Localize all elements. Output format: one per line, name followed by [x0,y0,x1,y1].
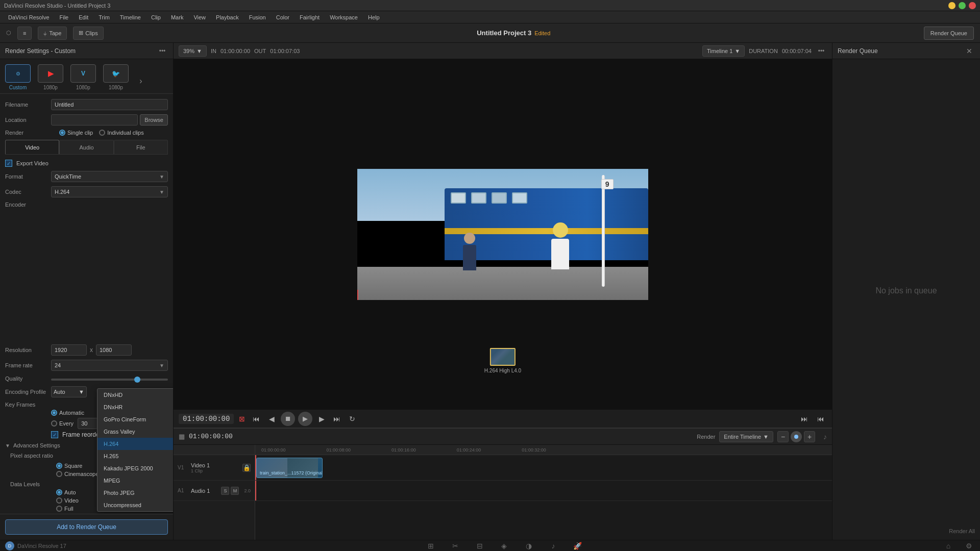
codec-option-mpeg[interactable]: MPEG [97,474,173,487]
render-all-button[interactable]: Render All [949,528,975,534]
video-clip[interactable]: train_station_...11572 (Original... [256,458,323,478]
render-range-select[interactable]: Entire Timeline ▼ [719,431,773,442]
individual-clips-option[interactable]: Individual clips [99,130,144,136]
individual-clips-radio[interactable] [99,130,105,136]
panel-menu-button[interactable]: ••• [157,45,168,57]
toolbar-fast-review[interactable]: ≡ [17,27,32,40]
menu-workspace[interactable]: Workspace [326,13,362,21]
minimize-button[interactable] [948,2,955,9]
resolution-height-input[interactable] [96,344,132,356]
skip-start-alt-button[interactable]: ⏮ [815,413,827,425]
nav-fusion-icon[interactable]: ◈ [498,540,510,552]
toolbar-tape-btn[interactable]: ⏚ Tape [38,27,67,40]
codec-option-kakadu[interactable]: Kakadu JPEG 2000 [97,462,173,474]
menu-davinci-resolve[interactable]: DaVinci Resolve [4,13,54,21]
loop-button[interactable]: ↻ [346,413,358,425]
menu-playback[interactable]: Playback [212,13,243,21]
render-queue-button[interactable]: Render Queue [924,27,974,40]
menu-clip[interactable]: Clip [147,13,165,21]
maximize-button[interactable] [959,2,966,9]
format-select[interactable]: QuickTime ▼ [51,171,168,182]
codec-option-grass-valley[interactable]: Grass Valley [97,425,173,438]
codec-option-dnxhd[interactable]: DNxHD [97,389,173,401]
keyframe-automatic-option[interactable]: Automatic [51,410,84,416]
v1-lock-icon[interactable]: 🔒 [242,464,251,472]
menu-fusion[interactable]: Fusion [245,13,270,21]
nav-settings-icon[interactable]: ⚙ [963,540,975,552]
skip-end-button[interactable]: ⏭ [798,413,811,425]
jkl-indicator[interactable]: ⊠ [239,415,245,423]
range-subtract-button[interactable]: − [777,431,789,442]
preset-youtube[interactable]: ▶ 1080p [38,64,63,90]
quality-slider[interactable] [51,379,168,381]
timeline-icon[interactable]: ▦ [179,433,185,440]
filename-input[interactable] [51,99,168,110]
nav-fairlight-icon[interactable]: ♪ [547,540,559,552]
a1-s-button[interactable]: S [221,487,229,495]
nav-cut-icon[interactable]: ✂ [449,540,461,552]
tab-video[interactable]: Video [5,140,59,154]
resolution-width-input[interactable] [51,344,87,356]
nav-color-icon[interactable]: ◑ [523,540,535,552]
menu-color[interactable]: Color [272,13,293,21]
menu-timeline[interactable]: Timeline [116,13,145,21]
timeline-select[interactable]: Timeline 1 ▼ [702,45,745,57]
nav-edit-icon[interactable]: ⊟ [474,540,486,552]
stop-button[interactable]: ⏹ [281,412,295,426]
keyframe-every-input[interactable] [78,418,98,429]
cinemascope-radio[interactable] [56,471,62,477]
codec-option-dnxhr[interactable]: DNxHR [97,401,173,413]
export-video-checkbox[interactable]: ✓ [5,160,12,167]
single-clip-radio[interactable] [59,130,65,136]
render-queue-close-button[interactable]: ✕ [964,45,975,57]
keyframe-every-option[interactable]: Every [51,420,74,427]
frame-reorder-checkbox[interactable]: ✓ [51,431,58,438]
range-add-button[interactable]: + [804,431,815,442]
location-input[interactable] [51,114,138,126]
browse-button[interactable]: Browse [140,114,168,126]
toolbar-clips-btn[interactable]: ⊞ Clips [73,27,103,40]
menu-mark[interactable]: Mark [167,13,187,21]
menu-fairlight[interactable]: Fairlight [296,13,324,21]
codec-option-h264[interactable]: H.264 [97,438,173,450]
preset-vimeo[interactable]: V 1080p [70,64,96,90]
keyframe-every-radio[interactable] [51,420,57,427]
codec-option-photo-jpeg[interactable]: Photo JPEG [97,487,173,499]
square-radio[interactable] [56,463,62,469]
nav-media-icon[interactable]: ⊞ [425,540,437,552]
step-back-button[interactable]: ◀ [265,413,278,425]
data-full-radio[interactable] [56,506,62,512]
menu-view[interactable]: View [189,13,210,21]
preset-custom[interactable]: ⚙ Custom [5,64,31,90]
codec-select[interactable]: H.264 ▼ [51,186,168,197]
menu-help[interactable]: Help [364,13,384,21]
tab-file[interactable]: File [114,140,168,154]
menu-file[interactable]: File [56,13,73,21]
close-button[interactable] [969,2,976,9]
single-clip-option[interactable]: Single clip [59,130,93,136]
range-indicator[interactable] [791,431,802,442]
preset-more-button[interactable]: › [136,72,146,90]
data-auto-radio[interactable] [56,489,62,495]
menu-trim[interactable]: Trim [94,13,114,21]
preset-twitter[interactable]: 🐦 1080p [103,64,129,90]
step-forward-button[interactable]: ▶ [315,413,328,425]
nav-home-icon[interactable]: ⌂ [942,540,954,552]
codec-option-gopro[interactable]: GoPro CineForm [97,413,173,425]
a1-m-button[interactable]: M [231,487,239,495]
viewer-menu-button[interactable]: ••• [816,45,827,57]
keyframe-automatic-radio[interactable] [51,410,57,416]
zoom-control[interactable]: 39% ▼ [179,45,207,57]
audio-icon[interactable]: ♪ [823,433,827,441]
skip-to-start-button[interactable]: ⏮ [250,413,262,425]
codec-option-h265[interactable]: H.265 [97,450,173,462]
add-to-render-queue-button[interactable]: Add to Render Queue [5,519,168,535]
encoding-profile-select[interactable]: Auto ▼ [51,386,87,397]
nav-deliver-icon[interactable]: 🚀 [572,540,584,552]
frame-rate-select[interactable]: 24 ▼ [51,360,168,371]
play-button[interactable]: ▶ [298,412,312,426]
menu-edit[interactable]: Edit [75,13,92,21]
data-video-radio[interactable] [56,497,62,504]
skip-to-end-button[interactable]: ⏭ [331,413,343,425]
codec-option-uncompressed[interactable]: Uncompressed [97,499,173,511]
